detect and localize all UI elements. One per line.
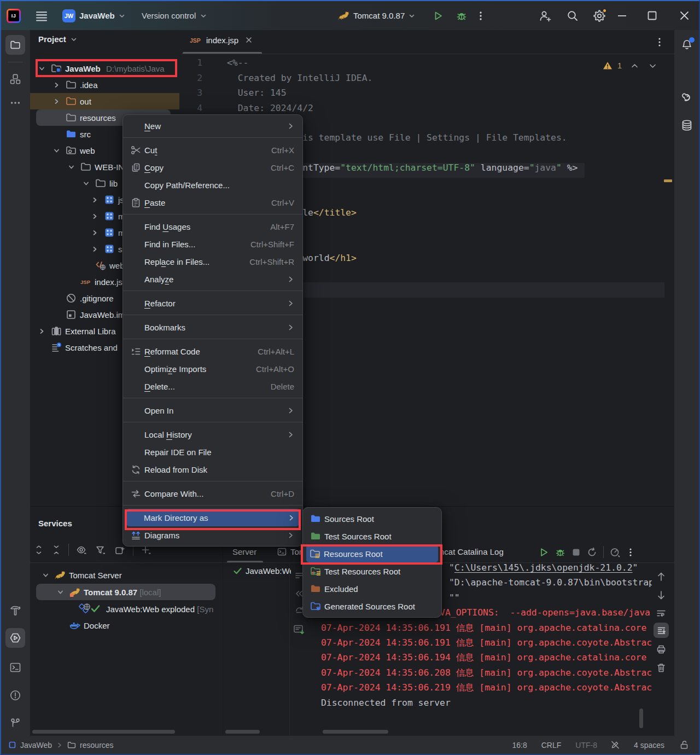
build-stripe-button[interactable] [5, 601, 25, 620]
stop-button[interactable] [571, 548, 581, 557]
tree-row-idea[interactable]: .idea [30, 77, 179, 93]
add-icon[interactable] [141, 545, 151, 554]
expand-all-icon[interactable] [34, 545, 43, 554]
menu-item-compare-with[interactable]: Compare With...Ctrl+D [124, 485, 302, 502]
service-row-tomcat-server[interactable]: Tomcat Server [30, 567, 223, 583]
menu-item-analyze[interactable]: Analyze [124, 270, 302, 288]
menu-item-optimize-imports[interactable]: Optimize ImportsCtrl+Alt+O [124, 360, 302, 378]
menu-item-replace-in-files[interactable]: Replace in Files...Ctrl+Shift+R [124, 253, 302, 270]
menu-item-reformat-code[interactable]: Reformat CodeCtrl+Alt+L [124, 342, 302, 360]
print-icon[interactable] [656, 644, 666, 654]
notifications-stripe-button[interactable] [677, 35, 697, 55]
console-vscrollbar[interactable] [639, 708, 643, 728]
structure-stripe-button[interactable] [5, 69, 25, 89]
menu-item-new[interactable]: New [124, 117, 302, 135]
vcs-widget[interactable]: Version control [142, 1, 207, 30]
submenu-item-test-resources-root[interactable]: Test Resources Root [304, 562, 441, 580]
submenu-item-sources-root[interactable]: Sources Root [304, 510, 441, 527]
caret-position[interactable]: 16:8 [512, 741, 527, 750]
soft-wrap-icon[interactable] [656, 608, 667, 618]
indent-config[interactable]: 4 spaces [634, 741, 664, 750]
debug-button[interactable] [456, 1, 467, 30]
code-line[interactable]: <%-- [227, 57, 248, 68]
collapse-all-icon[interactable] [52, 545, 61, 554]
ignored-file-icon [66, 293, 77, 304]
show-deployed-icon[interactable] [293, 624, 305, 636]
project-panel-header[interactable]: Project [38, 34, 77, 44]
down-stack-trace-icon[interactable] [656, 590, 666, 601]
menu-item-reload-from-disk[interactable]: Reload from Disk [124, 461, 302, 478]
menu-item-copy-path[interactable]: Copy Path/Reference... [124, 176, 302, 194]
ai-assistant-stripe-button[interactable] [677, 88, 697, 107]
menu-item-refactor[interactable]: Refactor [124, 294, 302, 312]
up-stack-trace-icon[interactable] [656, 571, 666, 582]
editor-tab-index-jsp[interactable]: JSP index.jsp [190, 34, 252, 45]
run-button[interactable] [433, 1, 444, 30]
unlock-icon[interactable] [680, 740, 689, 750]
close-tab-icon[interactable] [246, 37, 252, 43]
search-everywhere-button[interactable] [567, 1, 579, 30]
main-menu-button[interactable] [35, 1, 48, 30]
more-button[interactable] [627, 547, 634, 557]
maximize-button[interactable] [648, 1, 657, 30]
project-widget[interactable]: JW JavaWeb [62, 1, 125, 30]
minimize-button[interactable] [617, 1, 627, 30]
service-row-artifact[interactable]: JavaWeb:Web exploded [Syn [30, 601, 223, 617]
deploy-actions-button[interactable] [610, 547, 621, 557]
view-options-icon[interactable] [77, 545, 87, 554]
run-configuration-widget[interactable]: Tomcat 9.0.87 [338, 1, 415, 30]
menu-item-delete[interactable]: Delete...Delete [124, 378, 302, 395]
menu-item-copy[interactable]: CopyCtrl+C [124, 159, 302, 176]
problems-stripe-button[interactable] [5, 686, 25, 705]
services-stripe-button[interactable] [5, 628, 25, 648]
terminal-stripe-button[interactable] [5, 658, 25, 677]
service-row-tomcat-9087[interactable]: Tomcat 9.0.87 [local] [30, 584, 223, 600]
menu-item-bookmarks[interactable]: Bookmarks [124, 318, 302, 336]
breadcrumb-project[interactable]: JavaWeb [20, 741, 52, 750]
menu-item-cut[interactable]: CutCtrl+X [124, 141, 302, 159]
rerun-button[interactable] [539, 547, 549, 557]
service-row-docker[interactable]: Docker [30, 617, 223, 634]
database-stripe-button[interactable] [677, 115, 697, 135]
code-line[interactable]: Created by IntelliJ IDEA. [227, 73, 372, 83]
deployment-status-row[interactable]: JavaWeb:Web exploded [226, 562, 291, 579]
scroll-to-end-icon[interactable] [657, 626, 666, 635]
console-hscrollbar[interactable] [323, 730, 388, 734]
editor-tab-options-button[interactable] [655, 37, 664, 48]
git-stripe-button[interactable] [5, 713, 25, 733]
submenu-item-generated-sources-root[interactable]: Generated Sources Root [304, 597, 441, 615]
menu-item-find-usages[interactable]: Find UsagesAlt+F7 [124, 218, 302, 235]
menu-item-open-in[interactable]: Open In [124, 402, 302, 419]
add-service-icon[interactable] [115, 545, 125, 555]
tomcat-icon [55, 570, 66, 580]
clear-console-icon[interactable] [656, 663, 666, 673]
deployment-hscrollbar[interactable] [225, 730, 260, 734]
code-line[interactable]: Date: 2024/4/2 [227, 103, 313, 113]
code-with-me-button[interactable] [539, 1, 552, 30]
more-actions-button[interactable] [476, 1, 485, 30]
no-icon [129, 362, 142, 375]
chevron-right-icon [57, 742, 62, 748]
restart-server-button[interactable] [587, 547, 597, 557]
submenu-item-test-sources-root[interactable]: Test Sources Root [304, 527, 441, 545]
file-encoding[interactable]: UTF-8 [575, 741, 597, 750]
tree-row-out[interactable]: out [30, 93, 179, 109]
line-separator[interactable]: CRLF [541, 741, 562, 750]
code-line[interactable]: User: 145 [227, 88, 287, 98]
no-chevron [67, 277, 75, 286]
breadcrumb-folder[interactable]: resources [80, 741, 113, 750]
project-stripe-button[interactable] [5, 35, 25, 55]
readonly-icon[interactable] [610, 740, 621, 750]
menu-item-repair-ide[interactable]: Repair IDE on File [124, 443, 302, 461]
tab-server[interactable]: Server [232, 547, 256, 556]
services-tree-hscrollbar[interactable] [32, 730, 175, 734]
menu-item-find-in-files[interactable]: Find in Files...Ctrl+Shift+F [124, 235, 302, 253]
debug-rerun-button[interactable] [555, 547, 565, 557]
submenu-item-excluded[interactable]: Excluded [304, 580, 441, 597]
settings-button[interactable] [593, 1, 606, 30]
more-tool-windows-button[interactable] [5, 93, 25, 113]
menu-item-local-history[interactable]: Local History [124, 426, 302, 443]
filter-icon[interactable] [96, 545, 106, 554]
close-button[interactable] [680, 1, 689, 30]
menu-item-paste[interactable]: PasteCtrl+V [124, 194, 302, 211]
